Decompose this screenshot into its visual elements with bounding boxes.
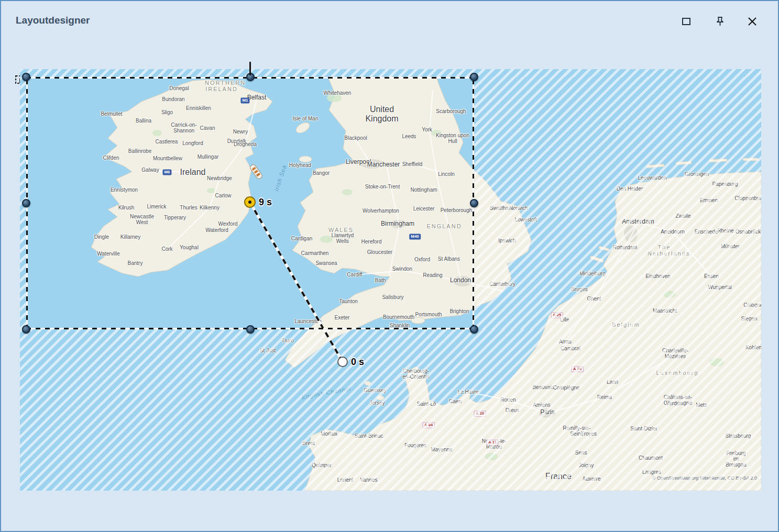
selection-frame[interactable] <box>26 77 474 329</box>
layoutdesigner-window: Layoutdesigner <box>0 0 779 532</box>
close-icon <box>747 16 758 27</box>
toolbar: Zeitmarke: s ▲ ▼ <box>1 32 778 63</box>
selection-handle-top-left[interactable] <box>22 73 30 81</box>
maximize-button[interactable] <box>679 15 694 28</box>
selection-handle-bottom-right[interactable] <box>470 325 478 334</box>
selection-handle-bottom-center[interactable] <box>246 325 255 334</box>
window-titlebar: Layoutdesigner <box>1 1 778 31</box>
window-title: Layoutdesigner <box>16 15 90 26</box>
selection-handle-top-right[interactable] <box>470 73 478 81</box>
hatch-overlay-bottom <box>20 329 761 491</box>
map-canvas[interactable]: NORTHERN IRELANDUnited KingdomIrelandENG… <box>20 69 761 491</box>
close-button[interactable] <box>745 15 760 28</box>
bottombar: 00:00.000 Live-Vorschau <box>1 490 778 531</box>
selection-handle-bottom-left[interactable] <box>22 325 30 334</box>
maximize-icon <box>681 16 692 27</box>
timeline-connector-line <box>249 62 251 75</box>
keyframe-time-label-start: 0 s <box>351 357 364 368</box>
pin-button[interactable] <box>712 15 727 28</box>
selection-handle-mid-right[interactable] <box>470 199 478 207</box>
pin-icon <box>714 16 726 27</box>
selection-handle-mid-left[interactable] <box>22 199 30 207</box>
hatch-overlay-right <box>474 77 761 329</box>
hatch-overlay-top <box>20 69 761 77</box>
